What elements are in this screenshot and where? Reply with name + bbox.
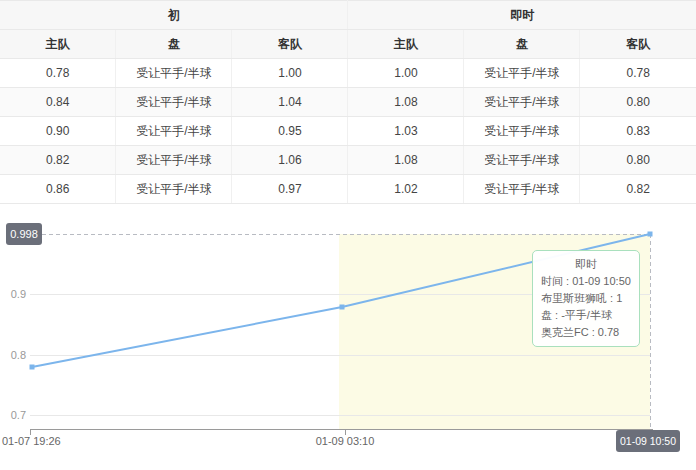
cell: 0.82 [0, 146, 116, 175]
cell: 1.08 [348, 88, 464, 117]
group-header-live: 即时 [348, 1, 696, 30]
data-point-marker [648, 232, 653, 237]
data-point-marker [340, 305, 345, 310]
cell: 受让平手/半球 [116, 117, 232, 146]
cell: 0.78 [580, 59, 696, 88]
cell: 0.95 [232, 117, 348, 146]
table-row: 0.84 受让平手/半球 1.04 1.08 受让平手/半球 0.80 [0, 88, 696, 117]
cell: 0.80 [580, 88, 696, 117]
cell: 1.04 [232, 88, 348, 117]
current-time-badge: 01-09 10:50 [616, 430, 680, 452]
tooltip-away-line: 奥克兰FC : 0.78 [541, 324, 631, 341]
col-header-away-initial: 客队 [232, 30, 348, 59]
cell: 受让平手/半球 [116, 146, 232, 175]
cell: 0.83 [580, 117, 696, 146]
col-header-handicap-initial: 盘 [116, 30, 232, 59]
cell: 0.84 [0, 88, 116, 117]
cell: 0.80 [580, 146, 696, 175]
col-header-home-live: 主队 [348, 30, 464, 59]
max-value-badge: 0.998 [6, 223, 42, 245]
table-row: 0.90 受让平手/半球 0.95 1.03 受让平手/半球 0.83 [0, 117, 696, 146]
cell: 1.03 [348, 117, 464, 146]
table-row: 0.78 受让平手/半球 1.00 1.00 受让平手/半球 0.78 [0, 59, 696, 88]
cell: 0.82 [580, 175, 696, 204]
cell: 1.06 [232, 146, 348, 175]
data-point-marker [30, 365, 35, 370]
y-tick-label: 0.8 [0, 348, 26, 362]
cell: 0.90 [0, 117, 116, 146]
cell: 受让平手/半球 [464, 88, 580, 117]
group-header-initial: 初 [0, 1, 348, 30]
cell: 受让平手/半球 [464, 117, 580, 146]
cell: 受让平手/半球 [464, 59, 580, 88]
cell: 受让平手/半球 [116, 175, 232, 204]
cell: 0.86 [0, 175, 116, 204]
cell: 1.00 [348, 59, 464, 88]
cell: 受让平手/半球 [464, 146, 580, 175]
odds-line-chart: 0.9 0.8 0.7 01-07 19:26 01-09 03:10 0.99… [0, 211, 696, 470]
cell: 1.08 [348, 146, 464, 175]
y-tick-label: 0.7 [0, 408, 26, 422]
tooltip-home-line: 布里斯班狮吼 : 1 [541, 290, 631, 307]
table-row: 0.82 受让平手/半球 1.06 1.08 受让平手/半球 0.80 [0, 146, 696, 175]
cell: 0.78 [0, 59, 116, 88]
cell: 1.00 [232, 59, 348, 88]
x-tick-label-start: 01-07 19:26 [2, 434, 61, 448]
chart-tooltip: 即时 时间 : 01-09 10:50 布里斯班狮吼 : 1 盘 : -平手/半… [532, 250, 640, 347]
table-row: 0.86 受让平手/半球 0.97 1.02 受让平手/半球 0.82 [0, 175, 696, 204]
cell: 受让平手/半球 [116, 88, 232, 117]
tooltip-title: 即时 [541, 256, 631, 273]
tooltip-time-line: 时间 : 01-09 10:50 [541, 273, 631, 290]
cell: 1.02 [348, 175, 464, 204]
cell: 受让平手/半球 [116, 59, 232, 88]
tooltip-handicap-line: 盘 : -平手/半球 [541, 307, 631, 324]
col-header-handicap-live: 盘 [464, 30, 580, 59]
odds-table: 初 即时 主队 盘 客队 主队 盘 客队 0.78 受让平手/半球 1.00 1… [0, 0, 696, 204]
cell: 0.97 [232, 175, 348, 204]
col-header-home-initial: 主队 [0, 30, 116, 59]
x-tick-label-mid: 01-09 03:10 [303, 434, 387, 448]
col-header-away-live: 客队 [580, 30, 696, 59]
cell: 受让平手/半球 [464, 175, 580, 204]
y-tick-label: 0.9 [0, 287, 26, 301]
column-header-row: 主队 盘 客队 主队 盘 客队 [0, 30, 696, 59]
group-header-row: 初 即时 [0, 1, 696, 30]
